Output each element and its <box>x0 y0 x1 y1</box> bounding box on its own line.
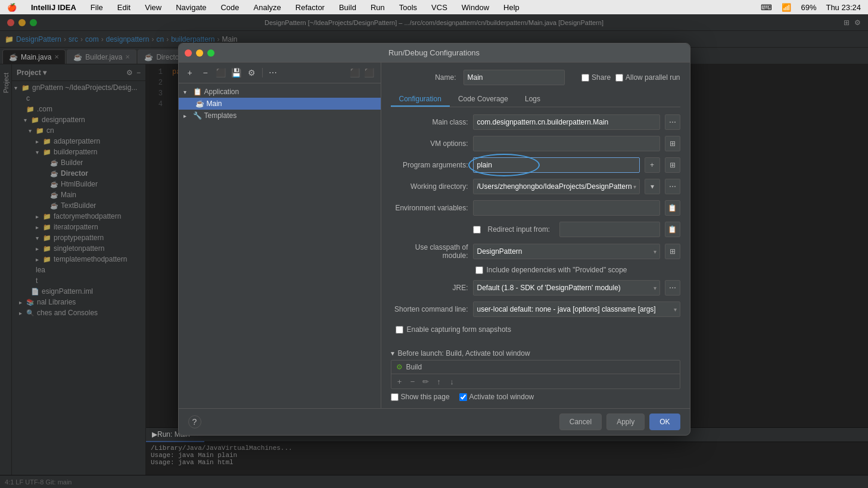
working-dir-wrapper <box>473 179 640 194</box>
main-class-input[interactable] <box>473 114 660 130</box>
menu-code[interactable]: Code <box>218 2 241 13</box>
dialog-help-button[interactable]: ? <box>188 415 201 428</box>
tab-logs-label: Logs <box>525 95 540 103</box>
enable-capturing-checkbox[interactable] <box>396 326 403 334</box>
env-vars-label: Environment variables: <box>391 204 468 212</box>
include-dependencies-checkbox[interactable] <box>475 266 483 274</box>
dialog-title-bar: Run/Debug Configurations <box>179 43 690 63</box>
show-this-page-checkbox[interactable] <box>391 393 399 401</box>
bl-edit-button[interactable]: ✏ <box>420 375 432 387</box>
tab-logs[interactable]: Logs <box>517 92 549 107</box>
menu-file[interactable]: File <box>88 2 105 13</box>
remove-config-button[interactable]: − <box>199 66 212 79</box>
config-group-application[interactable]: ▾ 📋 Application <box>179 86 381 98</box>
jre-label: JRE: <box>391 284 468 292</box>
menu-run[interactable]: Run <box>368 2 387 13</box>
settings-config-button[interactable]: ⚙ <box>245 66 259 79</box>
main-class-label: Main class: <box>391 118 468 126</box>
tab-code-coverage[interactable]: Code Coverage <box>450 92 517 107</box>
templates-label: Templates <box>204 111 237 120</box>
filter-button[interactable]: ⋯ <box>266 66 279 79</box>
working-dir-input[interactable] <box>473 179 640 194</box>
dialog-footer: ? Cancel Apply OK <box>179 408 690 435</box>
menu-navigate[interactable]: Navigate <box>173 2 209 13</box>
run-debug-dialog: Run/Debug Configurations + − ⬛ 💾 ⚙ ⋯ <box>178 43 690 436</box>
menu-vcs[interactable]: VCS <box>429 2 450 13</box>
dialog-title: Run/Debug Configurations <box>388 48 480 57</box>
shorten-cmd-row: Shorten command line: user-local default… <box>391 301 680 317</box>
include-dependencies-row: Include dependencies with "Provided" sco… <box>391 266 680 274</box>
menu-edit[interactable]: Edit <box>115 2 133 13</box>
sort-button[interactable]: ⬛ <box>349 66 362 79</box>
bl-remove-button[interactable]: − <box>407 375 419 387</box>
name-row: Name: Share Allow parallel run <box>391 70 680 85</box>
shorten-cmd-select[interactable]: user-local default: none - java [options… <box>473 301 680 317</box>
bottom-options: Show this page Activate tool window <box>391 393 680 401</box>
redirect-browse-button[interactable]: 📋 <box>665 222 680 237</box>
tab-code-coverage-label: Code Coverage <box>458 95 508 103</box>
name-input[interactable] <box>463 70 565 85</box>
main-class-row: Main class: ⋯ <box>391 114 680 130</box>
include-dependencies-label: Include dependencies with "Provided" sco… <box>487 266 627 274</box>
program-args-expand-button[interactable]: ⊞ <box>665 157 680 173</box>
classpath-select[interactable]: DesignPattern <box>473 244 660 259</box>
menu-analyze[interactable]: Analyze <box>251 2 284 13</box>
jre-select[interactable]: Default (1.8 - SDK of 'DesignPattern' mo… <box>473 280 660 296</box>
vm-options-label: VM options: <box>391 139 468 148</box>
classpath-browse-button[interactable]: ⊞ <box>665 244 680 259</box>
vm-options-input[interactable] <box>473 136 660 151</box>
before-launch-build-item[interactable]: ⚙ Build <box>391 360 680 374</box>
bl-up-button[interactable]: ↑ <box>433 375 445 387</box>
working-dir-browse-button[interactable]: ⋯ <box>665 179 680 194</box>
program-args-input[interactable] <box>473 157 640 173</box>
before-launch-arrow[interactable]: ▾ <box>391 349 394 358</box>
menu-tools[interactable]: Tools <box>397 2 419 13</box>
jre-row: JRE: Default (1.8 - SDK of 'DesignPatter… <box>391 280 680 296</box>
dialog-config-tabs: Configuration Code Coverage Logs <box>391 92 680 107</box>
app-name[interactable]: IntelliJ IDEA <box>29 2 79 13</box>
config-item-main[interactable]: ☕ Main <box>179 98 381 110</box>
group-button[interactable]: ⬛ <box>363 66 376 79</box>
shorten-cmd-wrapper: user-local default: none - java [options… <box>473 301 680 317</box>
env-vars-input[interactable] <box>473 200 660 216</box>
before-launch-build-icon: ⚙ <box>396 363 403 371</box>
menu-help[interactable]: Help <box>501 2 522 13</box>
allow-parallel-checkbox[interactable] <box>615 74 623 82</box>
redirect-input-checkbox[interactable] <box>473 226 481 234</box>
bl-down-button[interactable]: ↓ <box>446 375 458 387</box>
redirect-input-field[interactable] <box>559 222 659 237</box>
working-dir-row: Working directory: ▾ ⋯ <box>391 179 680 194</box>
ok-button[interactable]: OK <box>649 414 680 430</box>
dialog-close-button[interactable] <box>185 49 192 57</box>
menu-build[interactable]: Build <box>337 2 359 13</box>
working-dir-dropdown[interactable]: ▾ <box>645 179 660 194</box>
vm-options-expand-button[interactable]: ⊞ <box>665 136 680 151</box>
share-checkbox[interactable] <box>581 74 589 82</box>
activate-tool-window-checkbox[interactable] <box>459 393 467 401</box>
bl-add-button[interactable]: + <box>394 375 406 387</box>
dialog-max-button[interactable] <box>207 49 214 57</box>
name-label: Name: <box>391 73 456 82</box>
cancel-button[interactable]: Cancel <box>559 414 602 430</box>
env-vars-browse-button[interactable]: 📋 <box>665 200 680 216</box>
activate-tool-window-label: Activate tool window <box>469 393 534 401</box>
copy-config-button[interactable]: ⬛ <box>214 66 228 79</box>
share-label: Share <box>592 73 611 82</box>
shorten-cmd-label: Shorten command line: <box>391 305 468 313</box>
enable-capturing-row: Enable capturing form snapshots <box>391 325 680 334</box>
apple-logo-icon[interactable]: 🍎 <box>5 2 19 13</box>
program-args-row: Program arguments: + ⊞ <box>391 157 680 173</box>
main-class-browse-button[interactable]: ⋯ <box>665 114 680 130</box>
dialog-min-button[interactable] <box>196 49 203 57</box>
tab-configuration[interactable]: Configuration <box>391 92 450 107</box>
menu-window[interactable]: Window <box>459 2 491 13</box>
program-args-add-button[interactable]: + <box>645 157 660 173</box>
save-config-button[interactable]: 💾 <box>230 66 243 79</box>
add-config-button[interactable]: + <box>183 66 197 79</box>
before-launch-content: ⚙ Build + − ✏ ↑ ↓ <box>391 360 680 389</box>
config-group-templates[interactable]: ▸ 🔧 Templates <box>179 110 381 122</box>
menu-view[interactable]: View <box>142 2 164 13</box>
jre-browse-button[interactable]: ⋯ <box>665 280 680 296</box>
menu-refactor[interactable]: Refactor <box>293 2 327 13</box>
apply-button[interactable]: Apply <box>606 414 645 430</box>
